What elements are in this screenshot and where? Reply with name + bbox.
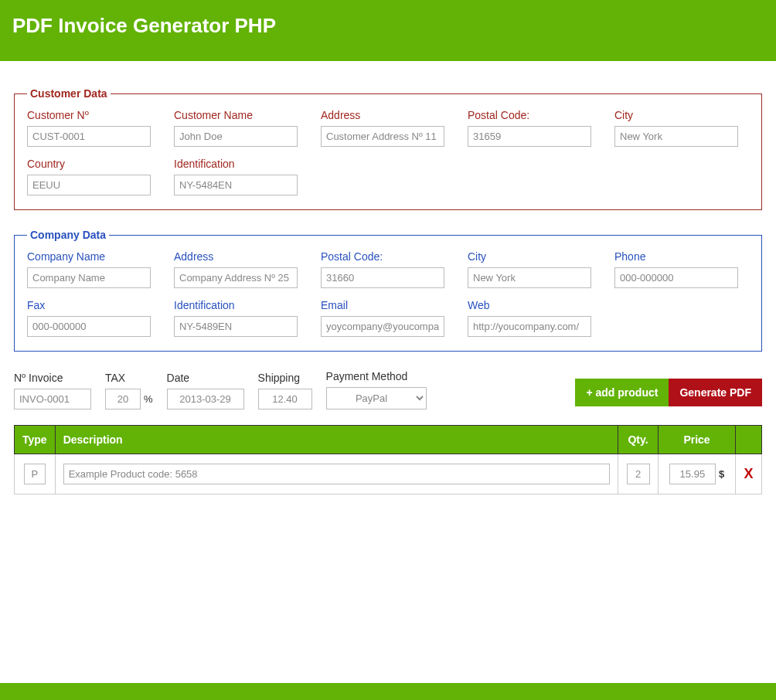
- invoice-number-input[interactable]: [14, 389, 91, 409]
- currency-symbol: $: [719, 468, 724, 480]
- invoice-tax-suffix: %: [144, 393, 153, 405]
- row-type-input[interactable]: [24, 464, 46, 484]
- products-table: Type Description Qty. Price $: [14, 425, 762, 494]
- th-qty: Qty.: [618, 426, 659, 454]
- invoice-payment-select[interactable]: PayPal: [326, 387, 427, 409]
- customer-address-label: Address: [321, 109, 444, 121]
- company-city-label: City: [468, 250, 591, 263]
- company-legend: Company Data: [27, 229, 109, 241]
- company-identification-label: Identification: [174, 299, 298, 311]
- customer-address-input[interactable]: [321, 126, 444, 147]
- company-city-input[interactable]: [468, 267, 591, 288]
- company-email-label: Email: [321, 299, 444, 311]
- invoice-tax-input[interactable]: [105, 389, 141, 409]
- customer-postal-input[interactable]: [468, 126, 591, 147]
- th-delete: [736, 426, 762, 454]
- th-type: Type: [15, 426, 56, 454]
- invoice-date-input[interactable]: [167, 389, 244, 409]
- customer-postal-label: Postal Code:: [468, 109, 591, 121]
- company-identification-input[interactable]: [174, 316, 298, 337]
- customer-legend: Customer Data: [27, 87, 111, 100]
- generate-pdf-button[interactable]: Generate PDF: [669, 379, 762, 406]
- th-desc: Description: [55, 426, 618, 454]
- company-address-input[interactable]: [174, 267, 298, 288]
- company-web-input[interactable]: [468, 316, 591, 337]
- company-postal-label: Postal Code:: [321, 250, 444, 263]
- invoice-shipping-label: Shipping: [258, 372, 312, 384]
- customer-city-input[interactable]: [614, 126, 738, 147]
- invoice-date-label: Date: [167, 372, 244, 384]
- row-description-input[interactable]: [63, 464, 610, 484]
- th-price: Price: [659, 426, 736, 454]
- row-qty-input[interactable]: [627, 464, 650, 484]
- company-fax-input[interactable]: [27, 316, 151, 337]
- invoice-payment-label: Payment Method: [326, 370, 427, 382]
- customer-name-label: Customer Name: [174, 109, 298, 121]
- customer-identification-label: Identification: [174, 158, 298, 170]
- customer-city-label: City: [614, 109, 738, 121]
- company-email-input[interactable]: [321, 316, 444, 337]
- customer-name-input[interactable]: [174, 126, 298, 147]
- page-title: PDF Invoice Generator PHP: [12, 14, 764, 38]
- customer-country-input[interactable]: [27, 175, 151, 195]
- company-web-label: Web: [468, 299, 591, 311]
- invoice-tax-label: TAX: [105, 372, 153, 384]
- company-phone-label: Phone: [614, 250, 738, 263]
- company-name-label: Company Name: [27, 250, 151, 263]
- customer-number-label: Customer Nº: [27, 109, 151, 121]
- company-fieldset: Company Data Company Name Address Postal…: [14, 229, 762, 352]
- company-address-label: Address: [174, 250, 298, 263]
- customer-number-input[interactable]: [27, 126, 151, 147]
- add-product-button[interactable]: + add product: [575, 379, 669, 406]
- customer-identification-input[interactable]: [174, 175, 298, 195]
- row-price-input[interactable]: [669, 464, 716, 484]
- delete-row-icon[interactable]: X: [744, 466, 753, 481]
- table-row: $ X: [15, 454, 762, 494]
- company-fax-label: Fax: [27, 299, 151, 311]
- invoice-number-label: Nº Invoice: [14, 372, 91, 384]
- customer-fieldset: Customer Data Customer Nº Customer Name …: [14, 87, 762, 210]
- company-postal-input[interactable]: [321, 267, 444, 288]
- customer-country-label: Country: [27, 158, 151, 170]
- invoice-shipping-input[interactable]: [258, 389, 312, 409]
- invoice-meta-row: Nº Invoice TAX % Date Shipping Payment M…: [14, 370, 762, 409]
- app-header: PDF Invoice Generator PHP: [0, 0, 776, 61]
- company-name-input[interactable]: [27, 267, 151, 288]
- company-phone-input[interactable]: [614, 267, 738, 288]
